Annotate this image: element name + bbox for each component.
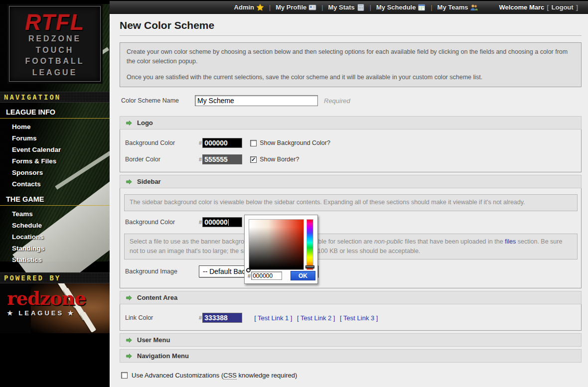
section-body-logo: Background Color # 000000 Show Backgroun… [120, 129, 582, 172]
intro-infobox: Create your own color scheme by choosing… [120, 42, 582, 87]
test-link-2[interactable]: [ Test Link 2 ] [297, 314, 335, 322]
sidebar-bg-color-input[interactable]: 000000 [202, 217, 242, 227]
green-arrow-icon [126, 120, 133, 127]
section-header-logo[interactable]: Logo [120, 116, 582, 129]
menu-my-stats-label: My Stats [328, 3, 354, 11]
section-title-user-menu: User Menu [137, 336, 170, 344]
menu-my-teams[interactable]: My Teams [438, 3, 478, 11]
intro-paragraph-1: Create your own color scheme by choosing… [127, 47, 575, 67]
sidebar-bg-note: The sidebar background color is viewable… [124, 194, 578, 211]
logout-link[interactable]: Logout [552, 3, 574, 11]
menu-my-profile-label: My Profile [276, 3, 306, 11]
picker-hex-row: # OK [248, 271, 315, 280]
menu-separator: | [320, 4, 324, 11]
advanced-customizations-label: Use Advanced Customizations (CSS knowled… [132, 372, 297, 379]
logo-border-color-input[interactable]: 555555 [202, 154, 242, 164]
sidebar-item-forums[interactable]: Forums [0, 132, 110, 144]
menu-my-schedule[interactable]: My Schedule [376, 3, 426, 11]
section-header-user-menu[interactable]: User Menu [120, 333, 582, 347]
logout-bracket-close: ] [576, 3, 578, 11]
sidebar: RTFL REDZONE TOUCH FOOTBALL LEAGUE NAVIG… [0, 0, 110, 387]
picker-ok-button[interactable]: OK [291, 271, 315, 280]
menu-my-profile[interactable]: My Profile [276, 3, 316, 11]
green-arrow-icon [126, 294, 133, 301]
menu-my-stats[interactable]: My Stats [328, 3, 364, 11]
section-body-sidebar: The sidebar background color is viewable… [120, 188, 582, 288]
sidebar-bg-color-row: Background Color # 000000 [125, 217, 578, 227]
navigation-band: NAVIGATION [0, 92, 110, 103]
sidebar-item-statistics[interactable]: Statistics [0, 254, 110, 265]
link-color-input[interactable]: 333388 [202, 313, 242, 323]
nav-header-league-info: LEAGUE INFO [0, 103, 110, 119]
show-border-label: Show Border? [260, 156, 299, 163]
menu-admin[interactable]: Admin [234, 3, 264, 11]
nav-group-the-game: THE GAME Teams Schedule Locations Standi… [0, 190, 110, 265]
color-picker-popup: # OK [244, 215, 318, 284]
league-logo[interactable]: RTFL REDZONE TOUCH FOOTBALL LEAGUE [9, 6, 101, 82]
league-logo-line: LEAGUE [9, 67, 100, 79]
sidebar-item-sponsors[interactable]: Sponsors [0, 167, 110, 178]
logo-border-color-row: Border Color # 555555 ✓ Show Border? [125, 154, 578, 164]
css-abbr: CSS [223, 372, 237, 380]
hash-prefix: # [199, 219, 202, 225]
sidebar-item-forms-files[interactable]: Forms & Files [0, 155, 110, 167]
banner-image-note: Select a file to use as the banner backg… [124, 234, 578, 260]
menu-separator: | [268, 4, 272, 11]
logo-bg-color-label: Background Color [125, 139, 199, 146]
title-rule [120, 35, 582, 36]
league-logo-line: TOUCH [9, 45, 100, 56]
test-links: [ Test Link 1 ] [ Test Link 2 ] [ Test L… [254, 314, 381, 322]
saturation-value-square[interactable] [249, 219, 304, 270]
nav-header-the-game: THE GAME [0, 190, 110, 206]
background-image-row: Background Image -- Default Background -… [125, 265, 578, 277]
show-bg-color-label: Show Background Color? [260, 139, 330, 146]
scheme-name-input[interactable] [195, 95, 318, 106]
section-title-navigation-menu: Navigation Menu [137, 352, 189, 360]
test-link-3[interactable]: [ Test Link 3 ] [340, 314, 378, 322]
section-body-content-area: Link Color # 333388 [ Test Link 1 ] [ Te… [120, 304, 582, 331]
show-border-checkbox[interactable]: ✓ [250, 156, 257, 163]
sidebar-item-locations[interactable]: Locations [0, 231, 110, 243]
files-link[interactable]: files [505, 238, 516, 245]
section-header-sidebar[interactable]: Sidebar [120, 175, 582, 188]
menu-separator: | [429, 4, 434, 11]
calculator-icon [357, 3, 365, 11]
checkmark: ✓ [251, 156, 256, 163]
section-title-sidebar: Sidebar [137, 178, 161, 185]
group-icon [470, 3, 478, 11]
required-hint: Required [324, 97, 350, 105]
sidebar-item-standings[interactable]: Standings [0, 243, 110, 254]
logo-border-color-label: Border Color [125, 156, 199, 163]
sidebar-item-teams[interactable]: Teams [0, 208, 110, 220]
background-image-label: Background Image [125, 268, 199, 275]
sidebar-item-event-calendar[interactable]: Event Calendar [0, 144, 110, 155]
section-header-content-area[interactable]: Content Area [120, 291, 582, 304]
section-title-logo: Logo [137, 119, 153, 127]
scheme-name-label: Color Scheme Name [121, 97, 195, 104]
logo-bg-color-input[interactable]: 000000 [202, 138, 242, 148]
hue-slider-handle[interactable] [305, 265, 314, 268]
star-icon [256, 3, 264, 11]
redzone-leagues-logo[interactable]: redzone ★ LEAGUES ★ [0, 283, 110, 333]
advanced-customizations-checkbox[interactable] [121, 372, 128, 379]
picker-hex-input[interactable] [251, 271, 282, 280]
welcome-text: Welcome Marc [499, 3, 544, 11]
vcard-icon [308, 3, 316, 11]
menu-separator: | [368, 4, 373, 11]
test-link-1[interactable]: [ Test Link 1 ] [254, 314, 292, 322]
league-logo-line: REDZONE [9, 33, 100, 45]
topbar-menu: Admin | My Profile | My Stats | My Sched… [234, 3, 478, 11]
topbar-user-area: Welcome Marc [ Logout ] [499, 3, 578, 11]
brand-subtitle: ★ LEAGUES ★ [7, 309, 86, 317]
show-bg-color-checkbox[interactable] [250, 140, 257, 146]
calendar-icon [418, 3, 426, 11]
hash-prefix: # [248, 273, 251, 279]
sidebar-item-schedule[interactable]: Schedule [0, 220, 110, 231]
sidebar-item-home[interactable]: Home [0, 121, 110, 132]
logo-bg-color-row: Background Color # 000000 Show Backgroun… [125, 138, 578, 148]
green-arrow-icon [126, 178, 133, 185]
sidebar-item-contacts[interactable]: Contacts [0, 178, 110, 190]
hue-slider[interactable] [306, 219, 313, 270]
section-header-navigation-menu[interactable]: Navigation Menu [120, 349, 582, 363]
league-logo-acronym: RTFL [9, 11, 100, 33]
